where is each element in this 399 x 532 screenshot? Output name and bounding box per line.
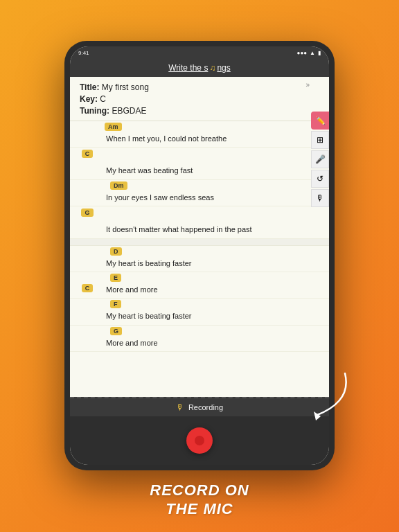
line-text-9: More and more — [105, 283, 323, 297]
chord-left-empty7 — [70, 336, 105, 337]
status-icons: ●●● ▲ ▮ — [297, 50, 321, 56]
chord-left-empty4 — [70, 222, 105, 224]
mic2-icon: 🎙 — [316, 193, 324, 203]
tuning-value: EBGDAE — [112, 106, 146, 116]
key-value: C — [100, 94, 106, 104]
chord-left-empty5 — [70, 256, 105, 258]
chord-c: C — [82, 150, 94, 158]
key-label: Key: — [80, 94, 98, 104]
song-line-1: When I met you, I could not breathe — [70, 131, 329, 148]
chord-g: G — [81, 209, 93, 217]
bottom-recording — [70, 416, 329, 465]
song-meta: Title: My first song Key: C Tuning: EBGD… — [70, 77, 329, 121]
refresh-icon: ↺ — [317, 174, 323, 184]
song-lines: Am When I met you, I could not breathe C… — [70, 121, 329, 397]
battery-icon: ▮ — [318, 50, 321, 56]
song-line-5: G — [70, 206, 329, 222]
chord-d: D — [110, 247, 122, 256]
mic2-tool-button[interactable]: 🎙 — [311, 189, 329, 207]
tablet-frame: 9:41 ●●● ▲ ▮ Write the s♫ngs Title: My f… — [64, 41, 335, 470]
chord-g2: G — [110, 327, 122, 335]
line-text-4: In your eyes I saw endless seas — [105, 190, 323, 205]
section-gap — [70, 239, 329, 246]
refresh-tool-button[interactable]: ↺ — [311, 170, 329, 188]
music-icon: ♫ — [209, 63, 215, 73]
recording-label: Recording — [188, 403, 223, 411]
pencil-tool-button[interactable]: ✏️ — [311, 112, 329, 130]
line-text-10: My heart is beating faster — [105, 309, 323, 323]
chord-left-empty — [70, 132, 105, 133]
mic-tool-button[interactable]: 🎤 — [311, 150, 329, 168]
title-row: Title: My first song — [80, 82, 319, 92]
chord-left-g: G — [70, 207, 105, 217]
tablet-inner: 9:41 ●●● ▲ ▮ Write the s♫ngs Title: My f… — [70, 46, 329, 465]
grid-icon: ⊞ — [317, 135, 323, 145]
title-label: Title: — [80, 82, 99, 92]
line-text-2 — [105, 148, 323, 152]
song-line-2: C — [70, 148, 329, 163]
collapse-button[interactable]: » — [305, 81, 310, 89]
header-text2: ngs — [217, 63, 230, 73]
signal-icon: ●●● — [297, 50, 308, 56]
status-time: 9:41 — [78, 50, 89, 56]
chord-am: Am — [105, 123, 122, 131]
cta-line1: RECORD ON — [150, 481, 249, 499]
chord-left-c: C — [70, 148, 105, 158]
sidebar-tools: ✏️ ⊞ 🎤 ↺ 🎙 — [311, 112, 329, 207]
line-text-11: More and more — [105, 336, 323, 351]
grid-tool-button[interactable]: ⊞ — [311, 131, 329, 149]
line-text-8: My heart is beating faster — [105, 256, 323, 271]
song-line-3: My heart was beating fast — [70, 163, 329, 179]
recording-mic-icon: 🎙 — [176, 402, 184, 412]
chord-e: E — [110, 274, 121, 282]
tuning-row: Tuning: EBGDAE — [80, 106, 319, 116]
song-line-10: My heart is beating faster — [70, 308, 329, 325]
record-button[interactable] — [186, 427, 213, 454]
chord-left-c2: C — [70, 283, 105, 292]
title-value: My first song — [102, 82, 149, 92]
record-button-inner — [195, 436, 204, 445]
tuning-label: Tuning: — [80, 106, 109, 116]
key-row: Key: C — [80, 94, 319, 104]
mic-icon: 🎤 — [315, 154, 326, 164]
chord-left-empty2 — [70, 163, 105, 165]
song-line-11: More and more — [70, 335, 329, 352]
recording-bar: 🎙 Recording — [70, 397, 329, 416]
chord-dm: Dm — [110, 181, 127, 190]
app-header: Write the s♫ngs — [70, 59, 329, 77]
song-line-4: In your eyes I saw endless seas — [70, 190, 329, 206]
line-text-1: When I met you, I could not breathe — [105, 132, 323, 146]
wifi-icon: ▲ — [310, 50, 315, 56]
chord-left-empty6 — [70, 309, 105, 310]
line-text-5 — [105, 207, 323, 211]
song-line-8: My heart is beating faster — [70, 256, 329, 272]
chord-c2: C — [82, 284, 94, 292]
line-text-3: My heart was beating fast — [105, 163, 323, 178]
chord-f: F — [110, 300, 121, 308]
song-line-9: C More and more — [70, 282, 329, 299]
pencil-icon: ✏️ — [315, 116, 326, 125]
chord-left-empty3 — [70, 190, 105, 192]
status-bar: 9:41 ●●● ▲ ▮ — [70, 46, 329, 59]
song-line-6: It doesn't matter what happened in the p… — [70, 222, 329, 238]
song-area: Title: My first song Key: C Tuning: EBGD… — [70, 77, 329, 416]
line-text-6: It doesn't matter what happened in the p… — [105, 222, 323, 237]
cta-line2: THE MIC — [166, 500, 233, 517]
bottom-cta-text: RECORD ON THE MIC — [150, 481, 249, 518]
header-text: Write the s — [168, 63, 208, 73]
